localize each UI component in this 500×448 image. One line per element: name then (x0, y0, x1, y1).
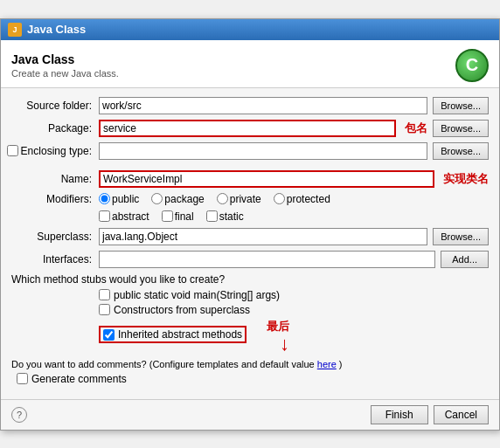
superclass-input[interactable] (99, 228, 427, 245)
stub3-label: Inherited abstract methods (118, 328, 242, 341)
stub2-label: Constructors from superclass (114, 304, 250, 316)
superclass-row: Superclass: Browse... (11, 228, 489, 245)
package-browse-button[interactable]: Browse... (433, 120, 489, 137)
modifier-static[interactable]: static (206, 210, 244, 223)
name-label: Name: (11, 173, 99, 185)
name-annotation: 实现类名 (443, 171, 489, 187)
arrow-down-icon: ↓ (280, 334, 289, 354)
source-folder-input[interactable] (99, 97, 427, 114)
modifier-final[interactable]: final (162, 210, 194, 223)
help-button[interactable]: ? (11, 407, 27, 423)
superclass-browse-button[interactable]: Browse... (433, 228, 489, 245)
cancel-button[interactable]: Cancel (434, 405, 489, 424)
stub2-row: Constructors from superclass (99, 304, 489, 316)
source-folder-label: Source folder: (11, 100, 99, 112)
interfaces-input[interactable] (99, 251, 435, 268)
modifier-package[interactable]: package (151, 193, 204, 205)
enclosing-type-row: Enclosing type: Browse... (11, 142, 489, 160)
stubs-section: public static void main(String[] args) C… (99, 289, 489, 354)
comments-link[interactable]: here (317, 359, 337, 369)
enclosing-type-input[interactable] (99, 142, 427, 160)
source-folder-row: Source folder: Browse... (11, 97, 489, 114)
stub1-checkbox[interactable] (99, 289, 110, 300)
generate-comments-label: Generate comments (31, 373, 127, 385)
package-annotation: 包名 (405, 121, 427, 136)
java-icon: J (8, 23, 22, 37)
dialog-body: Source folder: Browse... Package: 包名 Bro… (1, 88, 499, 399)
title-bar-left: J Java Class (8, 23, 86, 37)
eclipse-logo: C (455, 49, 489, 82)
interfaces-add-button[interactable]: Add... (441, 251, 489, 268)
logo-label: C (466, 55, 478, 75)
enclosing-type-browse-button[interactable]: Browse... (433, 142, 489, 160)
stub3-row: Inherited abstract methods (99, 326, 247, 343)
modifier-protected[interactable]: protected (274, 193, 330, 205)
stub2-checkbox[interactable] (99, 304, 110, 315)
enclosing-type-label: Enclosing type: (21, 145, 92, 157)
name-row: Name: 实现类名 (11, 170, 489, 188)
modifier-private[interactable]: private (217, 193, 261, 205)
dialog-title: Java Class (11, 52, 119, 66)
finish-button[interactable]: Finish (371, 405, 428, 424)
modifiers-radio-group: public package private protected (99, 193, 489, 205)
comments-section: Do you want to add comments? (Configure … (11, 359, 489, 385)
footer-buttons: Finish Cancel (371, 405, 489, 424)
last-annotation: 最后 ↓ (252, 319, 289, 354)
package-input[interactable] (99, 120, 396, 137)
generate-comments-row: Generate comments (17, 373, 489, 385)
modifier-public[interactable]: public (99, 193, 139, 205)
last-text: 最后 (267, 319, 289, 334)
enclosing-type-checkbox[interactable] (7, 145, 18, 156)
dialog-footer: ? Finish Cancel (1, 399, 499, 430)
dialog-subtitle: Create a new Java class. (11, 68, 119, 79)
java-class-dialog: J Java Class Java Class Create a new Jav… (0, 18, 500, 431)
stub1-row: public static void main(String[] args) (99, 289, 489, 301)
stub3-wrapper: Inherited abstract methods 最后 ↓ (99, 319, 489, 354)
superclass-label: Superclass: (11, 231, 99, 243)
interfaces-row: Interfaces: Add... (11, 251, 489, 268)
generate-comments-checkbox[interactable] (17, 373, 28, 384)
package-row: Package: 包名 Browse... (11, 120, 489, 137)
name-input[interactable] (99, 170, 434, 188)
modifier-extra-row: abstract final static (99, 210, 489, 223)
modifiers-row: Modifiers: public package private protec… (11, 193, 489, 205)
comments-question: Do you want to add comments? (Configure … (11, 359, 489, 369)
dialog-header-text: Java Class Create a new Java class. (11, 52, 119, 79)
modifier-abstract[interactable]: abstract (99, 210, 149, 223)
package-label: Package: (11, 122, 99, 134)
title-bar: J Java Class (1, 19, 499, 40)
interfaces-label: Interfaces: (11, 253, 99, 265)
stubs-question: Which method stubs would you like to cre… (11, 273, 489, 286)
window-title: Java Class (27, 23, 86, 36)
modifiers-label: Modifiers: (11, 193, 99, 205)
source-folder-browse-button[interactable]: Browse... (433, 97, 489, 114)
stub3-checkbox[interactable] (103, 329, 115, 341)
stub1-label: public static void main(String[] args) (114, 289, 280, 301)
dialog-header: Java Class Create a new Java class. C (1, 40, 499, 88)
